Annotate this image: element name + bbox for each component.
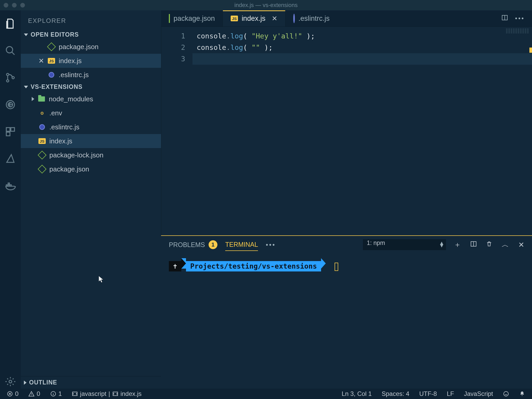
- sidebar: EXPLORER OPEN EDITORS package.json ✕ JS …: [21, 10, 161, 389]
- t: log: [230, 32, 243, 40]
- t: );: [302, 32, 315, 40]
- node-icon: [47, 42, 56, 51]
- code-editor[interactable]: 1 2 3 console.log( "Hey y'all!" ); conso…: [161, 26, 532, 235]
- source-control-icon[interactable]: [5, 72, 16, 85]
- js-icon: JS: [231, 16, 238, 21]
- bottom-panel: PROBLEMS 1 TERMINAL ••• 1: npm ▴▾ ＋: [161, 235, 532, 389]
- file-label: package-lock.json: [49, 151, 103, 159]
- file-label: .env: [49, 109, 62, 117]
- file-item[interactable]: package.json: [21, 162, 161, 176]
- extensions-icon[interactable]: [5, 126, 16, 139]
- open-editor-item[interactable]: package.json: [21, 40, 161, 54]
- code-line[interactable]: console.log( "Hey y'all!" );: [192, 30, 532, 42]
- file-item[interactable]: package-lock.json: [21, 148, 161, 162]
- close-tab-icon[interactable]: ✕: [269, 15, 277, 23]
- more-panel-tabs-icon[interactable]: •••: [266, 241, 276, 249]
- close-icon[interactable]: ✕: [38, 57, 44, 65]
- node-icon: [38, 165, 46, 174]
- open-editor-item[interactable]: ✕ JS index.js: [21, 54, 161, 68]
- tab-label: index.js: [242, 15, 265, 23]
- file-label: package.json: [49, 165, 89, 173]
- split-terminal-icon[interactable]: [470, 241, 477, 249]
- outline-label: OUTLINE: [29, 379, 57, 386]
- file-label: .eslintrc.js: [59, 71, 89, 79]
- svg-point-0: [6, 46, 13, 53]
- project-header[interactable]: VS-EXTENSIONS: [21, 82, 161, 92]
- status-value: 1: [58, 390, 62, 397]
- status-warnings[interactable]: 0: [26, 390, 42, 397]
- kill-terminal-icon[interactable]: [486, 241, 492, 249]
- prompt-arrow: [321, 258, 326, 269]
- azure-icon[interactable]: [5, 153, 16, 166]
- svg-rect-6: [6, 128, 10, 131]
- open-editor-item[interactable]: .eslintrc.js: [21, 68, 161, 82]
- status-errors[interactable]: 0: [5, 390, 21, 397]
- open-editors-label: OPEN EDITORS: [31, 31, 79, 38]
- settings-gear-icon[interactable]: [5, 376, 16, 389]
- explorer-icon[interactable]: [5, 18, 16, 31]
- file-item[interactable]: .eslintrc.js: [21, 120, 161, 134]
- panel-tabs: PROBLEMS 1 TERMINAL ••• 1: npm ▴▾ ＋: [161, 236, 532, 254]
- file-item[interactable]: JS index.js: [21, 134, 161, 148]
- t: console: [197, 32, 226, 40]
- js-icon: JS: [38, 138, 46, 144]
- editor-tab[interactable]: package.json: [161, 10, 223, 26]
- select-caret-icon: ▴▾: [440, 241, 443, 247]
- search-icon[interactable]: [5, 45, 16, 58]
- file-label: package.json: [59, 43, 98, 51]
- code-body[interactable]: console.log( "Hey y'all!" ); console.log…: [192, 27, 532, 235]
- docker-icon[interactable]: [5, 180, 16, 193]
- folder-item[interactable]: node_modules: [21, 92, 161, 106]
- editor-tabs: package.json JS index.js ✕ .eslintrc.js …: [161, 10, 532, 26]
- problems-badge: 1: [209, 240, 217, 249]
- t: .: [226, 43, 230, 51]
- prompt-arrow: [181, 258, 186, 269]
- file-item[interactable]: ⚙ .env: [21, 106, 161, 120]
- editor-group: package.json JS index.js ✕ .eslintrc.js …: [161, 10, 532, 389]
- terminal-select[interactable]: 1: npm ▴▾: [363, 239, 446, 250]
- status-value: 0: [15, 390, 18, 397]
- chevron-right-icon: [32, 97, 34, 101]
- svg-point-13: [9, 380, 12, 383]
- status-eol[interactable]: LF: [445, 390, 456, 397]
- more-actions-icon[interactable]: •••: [515, 15, 525, 22]
- open-editors-header[interactable]: OPEN EDITORS: [21, 30, 161, 40]
- new-terminal-icon[interactable]: ＋: [454, 240, 461, 250]
- status-info[interactable]: 1: [48, 390, 64, 397]
- status-language[interactable]: JavaScript: [462, 390, 495, 397]
- problems-tab[interactable]: PROBLEMS 1: [169, 238, 217, 251]
- svg-rect-7: [11, 128, 15, 131]
- feedback-smiley-icon[interactable]: [501, 391, 511, 397]
- outline-header[interactable]: OUTLINE: [21, 376, 161, 389]
- terminal-tab[interactable]: TERMINAL: [225, 239, 258, 251]
- editor-tab[interactable]: JS index.js ✕: [223, 10, 285, 26]
- prompt-path-segment: Projects/testing/vs-extensions: [186, 261, 321, 271]
- tab-label: package.json: [174, 15, 215, 23]
- status-lang-server[interactable]: javascript | index.js: [70, 390, 144, 397]
- status-encoding[interactable]: UTF-8: [417, 390, 439, 397]
- debug-icon[interactable]: [5, 99, 16, 112]
- folder-icon: [38, 96, 45, 102]
- editor-tab[interactable]: .eslintrc.js: [285, 10, 337, 26]
- terminal-select-value: 1: npm: [363, 239, 446, 250]
- workbench: EXPLORER OPEN EDITORS package.json ✕ JS …: [0, 10, 532, 389]
- code-line[interactable]: [192, 53, 532, 65]
- file-label: index.js: [59, 57, 82, 65]
- maximize-panel-icon[interactable]: ︿: [502, 240, 509, 250]
- close-panel-icon[interactable]: ✕: [518, 241, 524, 249]
- window-title: index.js — vs-extensions: [0, 2, 532, 9]
- split-editor-icon[interactable]: [502, 15, 508, 22]
- minimap[interactable]: [506, 28, 529, 34]
- t: console: [197, 43, 226, 51]
- prompt-symbol: ✝: [173, 262, 177, 270]
- code-line[interactable]: console.log( "" );: [192, 42, 532, 53]
- activity-bar: [0, 10, 21, 389]
- terminal[interactable]: ✝ Projects/testing/vs-extensions: [161, 254, 532, 389]
- chevron-down-icon: [24, 34, 28, 36]
- notifications-bell-icon[interactable]: [517, 391, 527, 397]
- status-indent[interactable]: Spaces: 4: [380, 390, 411, 397]
- status-cursor-pos[interactable]: Ln 3, Col 1: [340, 390, 374, 397]
- line-number: 3: [161, 53, 185, 65]
- status-value: javascript: [80, 390, 106, 397]
- t: log: [230, 43, 243, 51]
